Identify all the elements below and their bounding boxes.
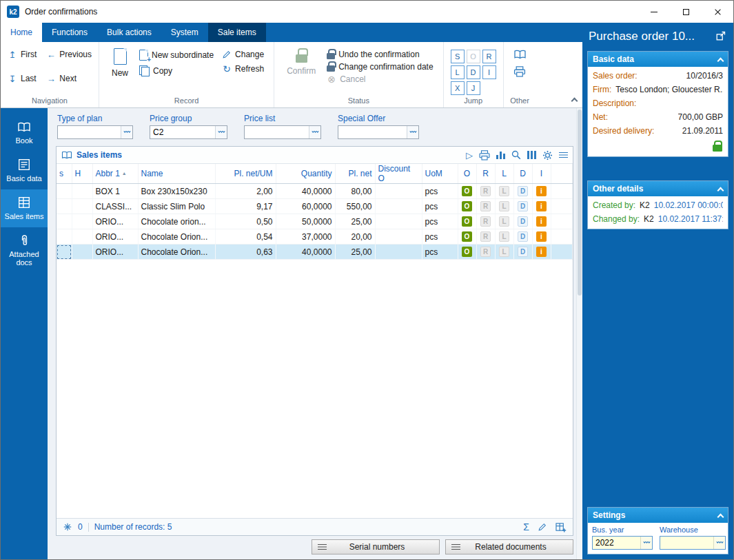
new-grid-window-button[interactable] <box>555 522 567 532</box>
related-documents-button[interactable]: Related documents <box>445 539 573 554</box>
col-d[interactable]: D <box>513 164 532 184</box>
new-subordinate-icon <box>139 50 148 61</box>
jump-l-button[interactable]: L <box>451 65 465 79</box>
printer-icon <box>479 150 490 160</box>
change-button[interactable]: Change <box>222 50 264 59</box>
sidebar-item-book[interactable]: Book <box>1 115 48 152</box>
jump-i-button[interactable]: I <box>482 65 496 79</box>
minimize-button[interactable] <box>638 1 670 23</box>
price-group-input[interactable] <box>150 126 215 138</box>
table-row[interactable]: ORIO... Chocolate Orion... 0,54 37,0000 … <box>57 229 573 245</box>
sum-button[interactable]: Σ <box>523 521 529 532</box>
app-logo-icon: k2 <box>7 6 19 18</box>
col-discount[interactable]: Discount O <box>375 164 422 184</box>
sidebar-item-label: Attached docs <box>2 250 46 267</box>
tab-sale-items[interactable]: Sale items <box>208 23 266 42</box>
settings-header[interactable]: Settings <box>588 508 728 523</box>
table-row-selected[interactable]: ORIO... Chocolate Orion... 0,63 40,0000 … <box>57 245 573 260</box>
table-row[interactable]: CLASSI... Classic Slim Polo 9,17 60,0000… <box>57 199 573 214</box>
tab-functions[interactable]: Functions <box>42 23 97 42</box>
sidebar-item-basic-data[interactable]: Basic data <box>1 152 48 189</box>
jump-j-button[interactable]: J <box>467 81 480 95</box>
col-pl-net-um[interactable]: Pl. net/UM <box>215 164 276 184</box>
col-o[interactable]: O <box>458 164 476 184</box>
close-button[interactable] <box>702 1 733 23</box>
field-sales-order: Sales order: 10/2016/3 <box>593 69 723 83</box>
search-button[interactable] <box>511 150 521 160</box>
status-badge: L <box>499 201 509 211</box>
grid-settings-button[interactable] <box>542 150 553 160</box>
previous-button[interactable]: ← Previous <box>46 50 92 59</box>
bus-year-input[interactable] <box>593 537 640 549</box>
form-icon <box>18 158 30 171</box>
jump-s-button[interactable]: S <box>451 50 465 63</box>
col-r[interactable]: R <box>476 164 495 184</box>
copy-button[interactable]: Copy <box>139 65 214 76</box>
table-row[interactable]: ORIO... Chocolate orion... 0,50 50,0000 … <box>57 214 573 229</box>
grid-menu-button[interactable] <box>559 152 568 158</box>
filter-label: Price group <box>150 114 227 123</box>
tab-system[interactable]: System <box>161 23 208 42</box>
scrollbar-thumb[interactable] <box>578 110 582 295</box>
undo-confirmation-button[interactable]: Undo the confirmation <box>327 50 433 59</box>
first-button[interactable]: ↥ First <box>8 50 37 59</box>
price-list-input[interactable] <box>245 126 309 138</box>
col-i[interactable]: I <box>532 164 551 184</box>
special-offer-input[interactable] <box>338 126 407 138</box>
sidebar-item-sales-items[interactable]: Sales items <box>1 189 48 227</box>
col-abbr[interactable]: Abbr 1▲ <box>92 164 138 184</box>
new-button[interactable]: New <box>105 44 135 78</box>
pencil-icon <box>222 50 232 59</box>
sidebar: Book Basic data Sales items Attached doc… <box>1 108 48 559</box>
tab-home[interactable]: Home <box>1 23 42 42</box>
chevron-up-icon <box>717 513 724 520</box>
col-quantity[interactable]: Quantity <box>276 164 335 184</box>
change-confirmation-date-button[interactable]: Change confirmation date <box>327 62 433 72</box>
confirm-button[interactable]: Confirm <box>280 44 323 76</box>
jump-r-button[interactable]: R <box>482 50 496 63</box>
edit-button[interactable] <box>538 522 547 532</box>
jump-o-button[interactable]: O <box>467 50 480 63</box>
window-title: Order confirmations <box>25 7 97 17</box>
bus-year-dropdown-button[interactable] <box>640 537 652 549</box>
jump-d-button[interactable]: D <box>467 65 480 79</box>
warehouse-dropdown-button[interactable] <box>713 537 725 549</box>
chart-button[interactable] <box>496 151 505 159</box>
col-l[interactable]: L <box>495 164 513 184</box>
other-details-header-label: Other details <box>593 184 643 194</box>
last-button[interactable]: ↧ Last <box>8 74 37 83</box>
sidebar-item-attached-docs[interactable]: Attached docs <box>1 227 48 273</box>
col-h[interactable]: H <box>72 164 92 184</box>
warehouse-input[interactable] <box>660 537 713 549</box>
search-icon <box>511 150 521 160</box>
refresh-button[interactable]: ↻ Refresh <box>222 64 264 74</box>
open-in-window-button[interactable] <box>715 30 727 44</box>
field-user: K2 <box>640 200 650 210</box>
col-uom[interactable]: UoM <box>422 164 458 184</box>
run-button[interactable]: ▷ <box>466 150 473 160</box>
next-button[interactable]: → Next <box>46 74 92 83</box>
cancel-button[interactable]: ⊗ Cancel <box>327 74 433 84</box>
table-row[interactable]: BOX 1 Box 230x150x230 2,00 40,0000 80,00… <box>57 184 573 199</box>
book-view-button[interactable] <box>513 50 527 60</box>
col-s[interactable]: s <box>57 164 72 184</box>
print-grid-button[interactable] <box>479 150 490 160</box>
maximize-button[interactable] <box>670 1 702 23</box>
price-list-dropdown-button[interactable] <box>309 126 320 138</box>
print-button[interactable] <box>513 66 526 77</box>
jump-x-button[interactable]: X <box>451 81 465 95</box>
other-details-header[interactable]: Other details <box>588 181 728 196</box>
new-subordinate-button[interactable]: New subordinate <box>139 50 214 61</box>
type-of-plan-dropdown-button[interactable] <box>121 126 132 138</box>
dropdown-chevrons-icon <box>716 540 724 546</box>
serial-numbers-button[interactable]: Serial numbers <box>312 539 440 554</box>
tab-bulk-actions[interactable]: Bulk actions <box>97 23 161 42</box>
col-pl-net[interactable]: Pl. net <box>335 164 375 184</box>
special-offer-dropdown-button[interactable] <box>407 126 418 138</box>
columns-button[interactable] <box>527 151 536 159</box>
basic-data-header[interactable]: Basic data <box>588 52 728 67</box>
type-of-plan-input[interactable] <box>58 126 121 138</box>
col-name[interactable]: Name <box>138 164 215 184</box>
collapse-ribbon-button[interactable] <box>572 95 577 105</box>
price-group-dropdown-button[interactable] <box>215 126 227 138</box>
